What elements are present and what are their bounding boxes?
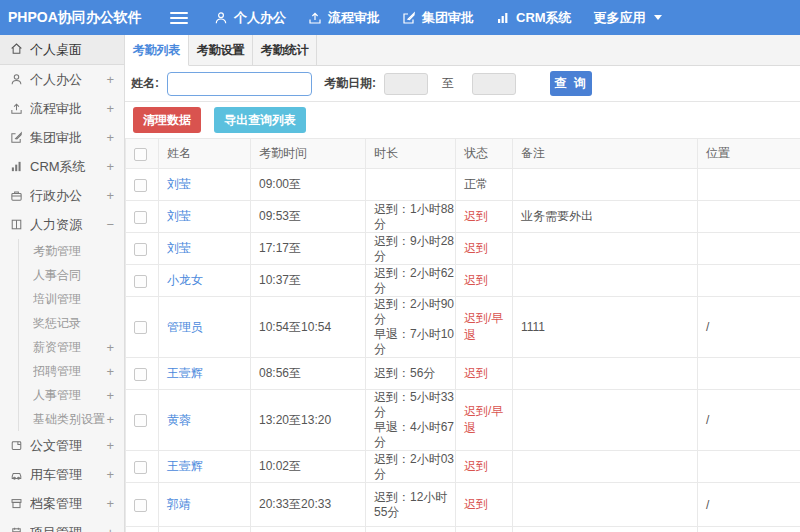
sidebar-subitem-recruit-mgmt[interactable]: 招聘管理 + xyxy=(19,359,124,383)
expand-icon[interactable]: + xyxy=(106,340,114,355)
table-row: 郭靖 20:33至20:33 迟到：12小时55分 迟到 / xyxy=(126,483,800,527)
sidebar-item-personal-office[interactable]: 个人办公 + xyxy=(0,65,124,94)
table-row: 小龙女 10:37至 迟到：2小时62分 迟到 xyxy=(126,265,800,297)
table-row: 刘莹 09:53至 迟到：1小时88分 迟到 业务需要外出 xyxy=(126,201,800,233)
sidebar-item-crm-system[interactable]: CRM系统 + xyxy=(0,152,124,181)
employee-name-link[interactable]: 刘莹 xyxy=(167,209,191,223)
select-all-checkbox[interactable] xyxy=(134,148,147,161)
nav-workflow-approval[interactable]: 流程审批 xyxy=(308,9,380,27)
row-checkbox[interactable] xyxy=(134,211,147,224)
attendance-time: 10:37至 xyxy=(251,265,366,297)
nav-crm-system[interactable]: CRM系统 xyxy=(496,9,572,27)
table-row: 王壹辉 08:56至 迟到：56分 迟到 xyxy=(126,358,800,390)
expand-icon[interactable]: + xyxy=(106,467,114,482)
export-list-button[interactable]: 导出查询列表 xyxy=(214,107,306,133)
employee-name-link[interactable]: 王壹辉 xyxy=(167,366,203,380)
to-label: 至 xyxy=(442,75,454,92)
location-cell xyxy=(698,265,800,297)
date-from-input[interactable] xyxy=(384,73,428,95)
filter-bar: 姓名: 考勤日期: 至 查 询 xyxy=(125,66,800,102)
sidebar-item-document-mgmt[interactable]: 公文管理 + xyxy=(0,431,124,460)
sidebar-item-workflow-approval[interactable]: 流程审批 + xyxy=(0,94,124,123)
row-checkbox[interactable] xyxy=(134,179,147,192)
employee-name-link[interactable]: 王壹辉 xyxy=(167,459,203,473)
employee-name-link[interactable]: 刘莹 xyxy=(167,177,191,191)
caret-down-icon xyxy=(654,15,662,20)
search-button[interactable]: 查 询 xyxy=(550,71,592,96)
status-badge: 迟到 xyxy=(456,265,513,297)
nav-more-apps[interactable]: 更多应用 xyxy=(594,9,662,27)
expand-icon[interactable]: + xyxy=(106,188,114,203)
row-checkbox[interactable] xyxy=(134,368,147,381)
app-window: PHPOA协同办公软件 个人办公 流程审批 集团审批 xyxy=(0,0,800,532)
expand-icon[interactable]: + xyxy=(106,101,114,116)
employee-name-link[interactable]: 黄蓉 xyxy=(167,413,191,427)
sidebar-subitem-attendance-mgmt[interactable]: 考勤管理 xyxy=(19,239,124,263)
attendance-time: 10:02至 xyxy=(251,451,366,483)
row-checkbox[interactable] xyxy=(134,321,147,334)
tab-attendance-stats[interactable]: 考勤统计 xyxy=(253,35,317,65)
status-badge: 迟到 xyxy=(456,451,513,483)
expand-icon[interactable]: + xyxy=(106,364,114,379)
expand-icon[interactable]: + xyxy=(106,159,114,174)
table-header-row: 姓名 考勤时间 时长 状态 备注 位置 xyxy=(126,139,800,169)
sidebar-item-project-mgmt[interactable]: 项目管理 + xyxy=(0,518,124,532)
clean-data-button[interactable]: 清理数据 xyxy=(133,107,201,133)
row-checkbox[interactable] xyxy=(134,414,147,427)
row-checkbox[interactable] xyxy=(134,275,147,288)
sidebar-item-archive-mgmt[interactable]: 档案管理 + xyxy=(0,489,124,518)
employee-name-link[interactable]: 郭靖 xyxy=(167,497,191,511)
employee-name-link[interactable]: 小龙女 xyxy=(167,273,203,287)
sidebar-subitem-hr-contract[interactable]: 人事合同 xyxy=(19,263,124,287)
sidebar-item-vehicle-mgmt[interactable]: 用车管理 + xyxy=(0,460,124,489)
sidebar-subitem-salary-mgmt[interactable]: 薪资管理 + xyxy=(19,335,124,359)
menu-toggle-icon[interactable] xyxy=(170,12,188,24)
employee-name-link[interactable]: 管理员 xyxy=(167,320,203,334)
expand-icon[interactable]: + xyxy=(106,72,114,87)
row-checkbox[interactable] xyxy=(134,499,147,512)
expand-icon[interactable]: + xyxy=(106,438,114,453)
sidebar-item-admin-office[interactable]: 行政办公 + xyxy=(0,181,124,210)
tab-attendance-settings[interactable]: 考勤设置 xyxy=(189,35,253,65)
tab-attendance-list[interactable]: 考勤列表 xyxy=(125,35,189,66)
row-checkbox[interactable] xyxy=(134,461,147,474)
sidebar-item-desktop[interactable]: 个人桌面 xyxy=(0,35,124,65)
nav-label: 个人办公 xyxy=(234,9,286,27)
sidebar-subitem-personnel-mgmt[interactable]: 人事管理 + xyxy=(19,383,124,407)
employee-name-link[interactable]: 刘莹 xyxy=(167,241,191,255)
col-time: 考勤时间 xyxy=(251,139,366,169)
expand-icon[interactable]: + xyxy=(106,412,114,427)
sidebar-subitem-base-category[interactable]: 基础类别设置 + xyxy=(19,407,124,431)
sidebar-item-group-approval[interactable]: 集团审批 + xyxy=(0,123,124,152)
location-cell: / xyxy=(698,483,800,527)
status-badge: 正常 xyxy=(456,169,513,201)
sidebar-item-label: 个人桌面 xyxy=(30,41,124,59)
col-note: 备注 xyxy=(513,139,698,169)
sidebar-item-human-resources[interactable]: 人力资源 − xyxy=(0,210,124,239)
action-bar: 清理数据 导出查询列表 xyxy=(125,102,800,138)
name-input[interactable] xyxy=(167,72,312,96)
status-badge: 迟到 xyxy=(456,358,513,390)
date-to-input[interactable] xyxy=(472,73,516,95)
attendance-time: 08:56至 xyxy=(251,358,366,390)
nav-personal-office[interactable]: 个人办公 xyxy=(214,9,286,27)
location-cell xyxy=(698,201,800,233)
sidebar-subitem-training-mgmt[interactable]: 培训管理 xyxy=(19,287,124,311)
note-cell: 业务需要外出 xyxy=(513,201,698,233)
collapse-icon[interactable]: − xyxy=(106,217,114,232)
book-icon xyxy=(10,218,23,231)
nav-group-approval[interactable]: 集团审批 xyxy=(402,9,474,27)
sidebar-subitem-reward-punish[interactable]: 奖惩记录 xyxy=(19,311,124,335)
expand-icon[interactable]: + xyxy=(106,388,114,403)
table-row: 王壹辉 10:02至 迟到：2小时03分 迟到 xyxy=(126,451,800,483)
expand-icon[interactable]: + xyxy=(106,525,114,532)
attendance-time: 13:20至13:20 xyxy=(251,390,366,451)
col-duration: 时长 xyxy=(366,139,456,169)
attendance-time: 09:53至 xyxy=(251,201,366,233)
note-cell xyxy=(513,169,698,201)
sidebar: 个人桌面 个人办公 + 流程审批 + 集团审批 + CRM系统 + 行政办公 + xyxy=(0,35,125,532)
row-checkbox[interactable] xyxy=(134,243,147,256)
expand-icon[interactable]: + xyxy=(106,130,114,145)
hr-submenu: 考勤管理 人事合同 培训管理 奖惩记录 薪资管理 + 招聘管理 + xyxy=(18,239,124,431)
expand-icon[interactable]: + xyxy=(106,496,114,511)
